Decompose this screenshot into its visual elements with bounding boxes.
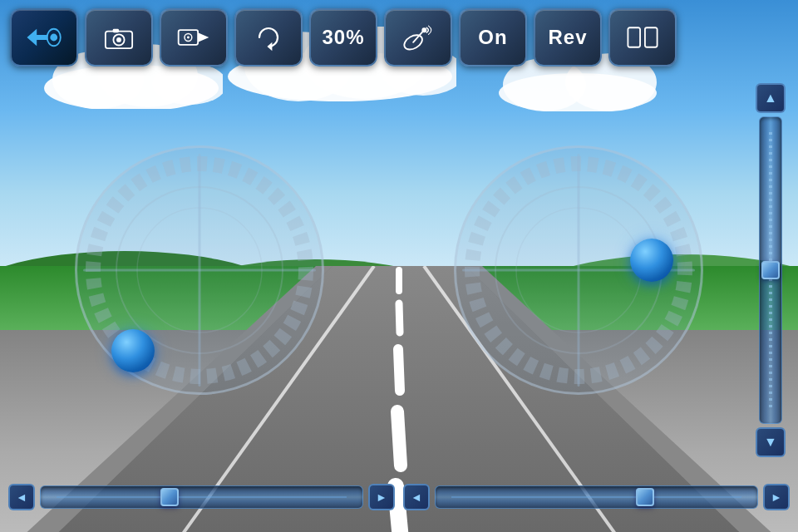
left-crosshair-h bbox=[83, 269, 316, 272]
svg-marker-38 bbox=[268, 42, 273, 51]
bottom-left-arrow-right[interactable]: ► bbox=[368, 484, 395, 510]
bottom-right-arrow-right[interactable]: ► bbox=[763, 484, 790, 510]
video-button[interactable] bbox=[160, 8, 228, 66]
layout-button[interactable] bbox=[608, 8, 677, 66]
controls-area bbox=[0, 75, 798, 466]
satellite-button[interactable] bbox=[384, 8, 452, 66]
vslider-up-button[interactable]: ▲ bbox=[756, 83, 786, 113]
svg-point-29 bbox=[50, 34, 57, 42]
svg-rect-33 bbox=[113, 29, 119, 32]
camera-button[interactable] bbox=[85, 8, 153, 66]
toolbar: 30% On Rev bbox=[0, 0, 798, 75]
bottom-left-arrow-left[interactable]: ◄ bbox=[8, 484, 35, 510]
vslider-thumb[interactable] bbox=[761, 261, 780, 279]
bottom-left-slider-track[interactable] bbox=[40, 485, 363, 509]
left-arrow-icon: ◄ bbox=[16, 490, 27, 504]
percent-label: 30% bbox=[322, 26, 364, 49]
on-button[interactable]: On bbox=[459, 8, 527, 66]
svg-marker-37 bbox=[198, 32, 209, 42]
right-left-arrow-icon: ◄ bbox=[411, 490, 422, 504]
vslider-up-icon: ▲ bbox=[764, 91, 777, 106]
bottom-right-slider-thumb[interactable] bbox=[636, 488, 654, 506]
svg-point-32 bbox=[116, 37, 121, 42]
svg-point-41 bbox=[421, 27, 426, 32]
svg-marker-27 bbox=[27, 29, 47, 47]
right-arrow-icon: ► bbox=[376, 490, 387, 504]
rev-button[interactable]: Rev bbox=[534, 8, 602, 66]
bottom-right-slider-container: ◄ ► bbox=[403, 470, 790, 524]
bottom-right-arrow-left[interactable]: ◄ bbox=[403, 484, 430, 510]
left-joystick[interactable] bbox=[111, 329, 155, 372]
vslider-down-icon: ▼ bbox=[764, 435, 777, 450]
bottom-left-slider-container: ◄ ► bbox=[8, 470, 395, 524]
bottom-sliders-area: ◄ ► ◄ ► bbox=[0, 470, 798, 524]
left-wheel-panel bbox=[0, 75, 399, 466]
bottom-right-slider-track[interactable] bbox=[435, 485, 758, 509]
right-wheel-panel bbox=[399, 75, 798, 466]
on-label: On bbox=[478, 26, 507, 49]
vslider-track[interactable] bbox=[759, 116, 782, 424]
percent-button[interactable]: 30% bbox=[309, 8, 377, 66]
right-right-arrow-icon: ► bbox=[771, 490, 782, 504]
svg-point-36 bbox=[187, 37, 190, 39]
svg-rect-42 bbox=[628, 27, 640, 47]
bottom-left-slider-thumb[interactable] bbox=[160, 488, 179, 506]
eye-button[interactable] bbox=[10, 8, 78, 66]
rotate-button[interactable] bbox=[234, 8, 303, 66]
vslider-down-button[interactable]: ▼ bbox=[756, 427, 786, 457]
slider-line-2 bbox=[451, 496, 741, 498]
slider-line bbox=[57, 496, 346, 498]
svg-rect-43 bbox=[645, 27, 658, 47]
right-vertical-slider: ▲ ▼ bbox=[753, 83, 788, 457]
rev-label: Rev bbox=[548, 26, 587, 49]
